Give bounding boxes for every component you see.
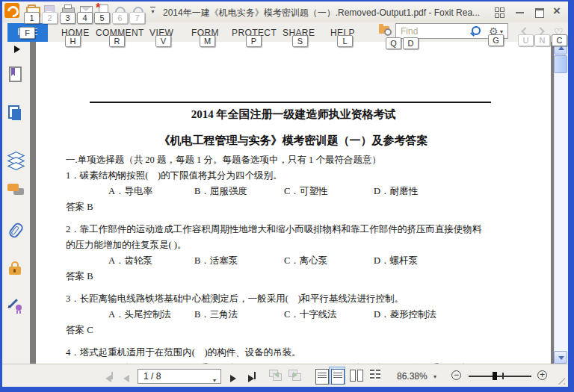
hint-view: V (155, 35, 171, 47)
hint-form: M (200, 35, 215, 47)
question-3: 3．长距离输电线路铁塔基础中心桩测定后，一般采用( )和平行基线法进行控制。 (66, 291, 551, 307)
page-number-field[interactable]: 1 / 8 ▾ (138, 369, 221, 384)
question-3-options: A．头尾控制法B．三角法C．十字线法D．菱形控制法 (66, 307, 551, 323)
window-border-right (568, 0, 574, 392)
zoom-slider-thumb[interactable] (493, 372, 497, 380)
question-2-options: A．齿轮泵B．活塞泵C．离心泵D．螺杆泵 (66, 253, 551, 269)
continuous-view-icon[interactable] (331, 369, 345, 385)
zoom-out-button[interactable]: − (451, 370, 461, 380)
signature-panel-icon[interactable] (7, 297, 24, 314)
hint-undo: 6 (112, 12, 128, 24)
window-title: 2014年一建《机电实务》模考密训题（一）.Removed-Output1.pd… (163, 7, 480, 19)
foxit-logo-icon[interactable] (4, 3, 19, 18)
zoom-level[interactable]: 86.38% (397, 371, 428, 382)
hint-find-input: D (403, 37, 419, 49)
document-title: 2014 年全国注册一级建造师执业资格考试 (36, 108, 551, 122)
attachments-panel-icon[interactable] (7, 221, 24, 237)
hint-file: F (19, 27, 35, 39)
bookmarks-panel-icon[interactable] (7, 66, 24, 82)
previous-page-button (123, 372, 129, 385)
question-1: 1．碳素结构钢按照( )的下限值将其分为四个级别。 (66, 168, 551, 184)
hint-back: U (518, 34, 534, 46)
fullscreen-button[interactable] (495, 7, 504, 18)
hint-redo: 7 (129, 12, 145, 24)
foxit-reader-window: ▾ 2014年一建《机电实务》模考密训题（一）.Removed-Output1.… (0, 0, 574, 392)
vertical-scrollbar[interactable] (554, 42, 568, 364)
hint-forward: N (534, 34, 550, 46)
next-page-button[interactable] (230, 372, 236, 385)
hint-protect: P (246, 35, 262, 47)
minimize-button[interactable] (516, 12, 524, 13)
hint-email: 4 (77, 12, 93, 24)
scrollbar-thumb[interactable] (554, 55, 567, 73)
hint-scan: 5 (94, 12, 110, 24)
facing-view-icon[interactable] (350, 370, 363, 382)
question-3-answer: 答案 C (66, 323, 551, 338)
restore-button[interactable] (535, 8, 544, 18)
pages-panel-icon[interactable] (7, 105, 24, 121)
question-1-options: A．导电率B．屈服强度C．可塑性D．耐磨性 (66, 184, 551, 199)
navigation-sidebar (2, 42, 31, 364)
scroll-down-button[interactable] (554, 351, 567, 364)
question-1-answer: 答案 B (66, 199, 551, 215)
previous-view-icon (269, 370, 282, 380)
hint-share: S (292, 35, 308, 47)
search-folder-icon[interactable] (379, 26, 389, 34)
search-icon[interactable] (472, 26, 481, 35)
hint-comment: R (109, 35, 125, 47)
hint-favorite: C (552, 34, 567, 46)
single-page-view-icon[interactable] (315, 369, 329, 385)
next-view-icon (288, 370, 301, 380)
last-page-button[interactable] (248, 372, 256, 385)
qat-customize-caret-icon[interactable]: ▾ (150, 7, 155, 15)
continuous-facing-view-icon[interactable] (370, 370, 380, 380)
zoom-slider-tick (502, 373, 504, 379)
window-border-bottom (0, 387, 574, 392)
zoom-in-button[interactable]: + (537, 370, 547, 380)
question-2-answer: 答案 B (66, 269, 551, 284)
section-intro: 一.单项选择题（共 20 题，每题 1 分。每题备选项中，只有 1 个最符合题意… (66, 152, 551, 168)
question-4: 4．塔式起重机适用于在范围内( )的构件、设备的吊装。 (66, 345, 551, 361)
question-2: 2．靠工作部件的运动造成工作容积周期性地增大和缩小而吸排物料和靠工作部件的挤压而… (66, 222, 551, 237)
question-2-line2: 的压力能增加的往复泵是( )。 (66, 237, 551, 253)
hint-save: 2 (42, 12, 58, 24)
hint-gear: G (488, 34, 504, 46)
security-panel-icon[interactable] (7, 261, 24, 277)
hint-home: H (65, 35, 81, 47)
sidebar-expand-icon[interactable] (14, 46, 20, 53)
zoom-slider-track[interactable] (469, 376, 531, 377)
layers-panel-icon[interactable] (7, 149, 24, 166)
hint-print: 3 (60, 12, 75, 24)
page-field-caret-icon[interactable]: ▾ (213, 374, 216, 388)
pdf-page[interactable]: 2014 年全国注册一级建造师执业资格考试 《机电工程管理与实务》模考密训题（一… (36, 42, 551, 364)
hint-search-folder: Q (386, 37, 401, 49)
document-subtitle: 《机电工程管理与实务》模考密训题（一）及参考答案 (36, 134, 551, 148)
header-rule (90, 102, 491, 103)
first-page-button (105, 372, 113, 385)
hint-open: 1 (24, 12, 40, 24)
comments-panel-icon[interactable] (7, 184, 24, 200)
document-body: 一.单项选择题（共 20 题，每题 1 分。每题备选项中，只有 1 个最符合题意… (36, 152, 551, 364)
zoom-caret-icon[interactable]: ▾ (433, 373, 436, 380)
close-button[interactable]: × (553, 6, 561, 16)
hint-help: L (337, 35, 353, 47)
